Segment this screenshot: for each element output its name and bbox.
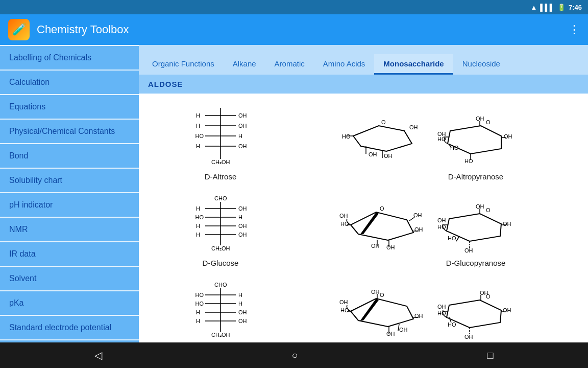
svg-text:HO: HO [195,301,204,307]
svg-text:HO: HO [195,214,204,220]
more-menu-button[interactable]: ⋮ [569,23,580,36]
svg-text:HO: HO [342,133,351,140]
molecule-d-glucose: CHO H OH HO H H [149,189,292,267]
content-area: Organic Functions Alkane Aromatic Amino … [139,45,588,342]
svg-text:HO: HO [450,145,459,151]
svg-text:OH: OH [238,232,247,238]
time: 7:46 [569,4,582,11]
d-glucose-label: D-Glucose [203,259,239,267]
svg-text:OH: OH [238,123,247,129]
sidebar-item-labelling[interactable]: Labelling of Chemicals [0,46,139,70]
svg-text:OH: OH [399,327,408,333]
sidebar-item-solvent[interactable]: Solvent [0,267,139,290]
battery-icon: 🔋 [557,4,566,11]
svg-text:OH: OH [476,116,484,122]
svg-text:OH: OH [437,304,446,310]
molecules-grid: H OH H OH HO H [139,94,588,342]
tab-aromatic[interactable]: Aromatic [265,54,314,75]
svg-text:OH: OH [386,244,395,250]
svg-text:H: H [238,133,242,139]
sidebar-item-solubility[interactable]: Solubility chart [0,169,139,192]
svg-text:O: O [380,205,384,212]
app-title: Chemistry Toolbox [37,23,129,36]
molecule-d-glucopyranose: O HO OH OH OH OH OH [292,189,578,267]
svg-text:CHO: CHO [214,282,227,288]
back-button[interactable]: ◁ [94,349,102,361]
tabs-bar: Organic Functions Alkane Aromatic Amino … [139,45,588,75]
svg-text:OH: OH [339,299,348,305]
wifi-icon: ▲ [530,4,537,11]
tab-alkane[interactable]: Alkane [224,54,265,75]
recent-button[interactable]: □ [487,350,493,361]
bottom-navigation: ◁ ○ □ [0,342,588,368]
sidebar-item-nmr[interactable]: NMR [0,218,139,241]
svg-text:OH: OH [238,309,247,315]
svg-text:HO: HO [464,158,473,164]
svg-text:OH: OH [371,289,380,295]
molecule-d-mannopyranose: O HO OH OH OH OH OH [292,275,578,342]
svg-text:H: H [196,318,200,324]
sidebar-item-equations[interactable]: Equations [0,95,139,119]
tab-monosaccharide[interactable]: Monosaccharide [374,54,453,75]
svg-text:CHO: CHO [214,195,227,201]
sidebar-item-physicalchem[interactable]: Physical/Chemical Constants [0,120,139,143]
d-glucopyranose-label: D-Glucopyranose [446,259,506,267]
sidebar-item-ir[interactable]: IR data [0,242,139,266]
sidebar-item-buffer[interactable]: Buffer solutions [0,340,139,342]
svg-text:OH: OH [238,205,247,212]
d-mannopyranose-svg: O HO OH OH OH OH OH [338,275,532,342]
svg-text:HO: HO [195,133,204,139]
d-mannose-svg: CHO HO H HO H H [190,275,251,342]
svg-text:OH: OH [238,223,247,229]
svg-text:H: H [238,292,242,298]
d-altrose-svg: H OH H OH HO H [190,103,251,169]
app-bar: 🧪 Chemistry Toolbox ⋮ [0,14,588,45]
home-button[interactable]: ○ [291,350,298,361]
sidebar-item-bond[interactable]: Bond [0,144,139,168]
svg-text:OH: OH [238,318,247,324]
d-glucose-svg: CHO H OH HO H H [190,189,251,256]
svg-text:O: O [380,292,384,298]
svg-text:HO: HO [195,292,204,298]
molecule-d-altrose: H OH H OH HO H [149,103,292,181]
svg-text:OH: OH [386,331,395,337]
svg-text:OH: OH [238,143,247,149]
svg-text:H: H [196,112,200,119]
svg-text:CH₂OH: CH₂OH [211,159,230,165]
svg-text:O: O [486,119,491,125]
svg-text:HO: HO [448,235,456,241]
sidebar-item-calculation[interactable]: Calculation [0,71,139,94]
svg-text:OH: OH [371,243,380,249]
d-altrose-label: D-Altrose [205,172,237,181]
svg-text:OH: OH [339,213,348,219]
svg-text:H: H [196,309,200,315]
svg-text:HO: HO [340,307,349,313]
tab-organic-functions[interactable]: Organic Functions [143,54,224,75]
svg-text:OH: OH [464,334,473,340]
d-altropyranose-svg: O HO OH OH OH O [338,103,532,169]
svg-line-79 [456,236,459,241]
app-bar-left: 🧪 Chemistry Toolbox [8,19,129,40]
d-glucopyranose-svg: O HO OH OH OH OH OH [338,189,532,256]
svg-line-69 [409,217,414,221]
svg-text:CH₂OH: CH₂OH [211,332,230,338]
app-icon: 🧪 [8,19,30,40]
svg-text:OH: OH [414,313,423,319]
svg-text:CH₂OH: CH₂OH [211,245,230,251]
status-bar: ▲ ▌▌▌ 🔋 7:46 [0,0,588,14]
tab-nucleoside[interactable]: Nucleoside [453,54,509,75]
d-altropyranose-label: D-Altropyranose [448,172,503,181]
svg-text:H: H [238,301,242,307]
tab-amino-acids[interactable]: Amino Acids [314,54,375,75]
svg-text:OH: OH [409,124,418,130]
svg-text:OH: OH [503,307,511,313]
svg-text:H: H [196,143,200,149]
sidebar-item-electrode[interactable]: Standard electrode potential [0,316,139,339]
molecule-row-3: CHO HO H HO H H [139,271,588,342]
svg-text:O: O [381,119,386,125]
molecule-d-altropyranose: O HO OH OH OH O [292,103,578,181]
svg-text:OH: OH [437,131,446,137]
sidebar-item-ph[interactable]: pH indicator [0,193,139,217]
sidebar-item-pka[interactable]: pKa [0,291,139,315]
svg-text:OH: OH [503,221,511,227]
